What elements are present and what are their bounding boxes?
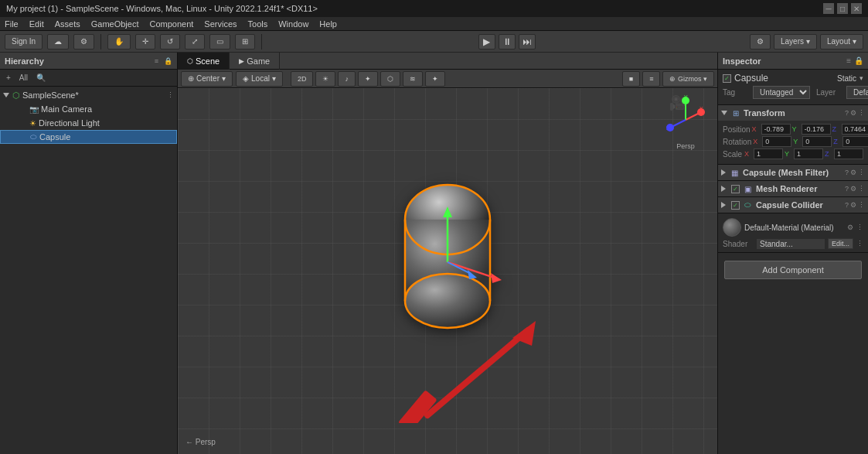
scene-tab[interactable]: ⬡ Scene	[178, 53, 230, 70]
play-button[interactable]: ▶	[478, 34, 495, 49]
edit-shader-button[interactable]: Edit...	[828, 238, 853, 249]
menu-gameobject[interactable]: GameObject	[91, 19, 139, 29]
capsule-collider-more[interactable]: ⋮	[858, 201, 865, 209]
fog-button[interactable]: ≋	[403, 71, 423, 87]
inspector-options[interactable]: ≡	[846, 56, 851, 65]
settings-button[interactable]: ⚙	[73, 34, 94, 49]
gizmos-button[interactable]: ⊕ Gizmos ▾	[662, 71, 714, 87]
tag-dropdown[interactable]: Untagged	[753, 86, 810, 99]
capsule-collider-enable[interactable]	[731, 201, 740, 210]
step-button[interactable]: ⏭	[519, 34, 536, 49]
layer-dropdown[interactable]: Default	[846, 86, 868, 99]
hierarchy-lock[interactable]: 🔒	[164, 57, 172, 65]
pos-x-label: X	[752, 125, 760, 133]
window-controls[interactable]: ─ □ ✕	[823, 3, 862, 14]
transform-help[interactable]: ?	[845, 109, 849, 117]
pos-y-input[interactable]	[802, 124, 831, 135]
static-dropdown[interactable]: ▾	[859, 74, 863, 82]
center-button[interactable]: ⊕ Center ▾	[181, 71, 233, 87]
scale-x-input[interactable]	[754, 148, 783, 159]
mesh-filter-more[interactable]: ⋮	[858, 169, 865, 176]
move-tool[interactable]: ✛	[135, 34, 155, 49]
hierarchy-options[interactable]: ≡	[155, 57, 158, 65]
menu-assets[interactable]: Assets	[55, 19, 80, 29]
pos-z-input[interactable]	[842, 124, 868, 135]
pause-button[interactable]: ⏸	[499, 34, 516, 49]
2d-button[interactable]: 2D	[291, 71, 314, 87]
fx-button[interactable]: ✦	[358, 71, 378, 87]
transform-header[interactable]: ⊞ Transform ? ⚙ ⋮	[718, 105, 868, 121]
menu-file[interactable]: File	[5, 19, 19, 29]
camera-name: Main Camera	[41, 104, 92, 114]
hierarchy-all[interactable]: All	[16, 73, 31, 83]
mesh-filter-help[interactable]: ?	[845, 169, 849, 176]
add-component-button[interactable]: Add Component	[724, 261, 862, 279]
capsule-collider-help[interactable]: ?	[845, 201, 849, 209]
scale-y-input[interactable]	[794, 148, 823, 159]
close-button[interactable]: ✕	[851, 3, 862, 14]
mesh-filter-settings[interactable]: ⚙	[850, 169, 856, 176]
menu-window[interactable]: Window	[278, 19, 308, 29]
hierarchy-search-icon[interactable]: 🔍	[33, 73, 49, 83]
shader-more[interactable]: ⋮	[856, 240, 863, 247]
hierarchy-add[interactable]: +	[3, 73, 14, 83]
material-body: Default-Material (Material) ⚙ ⋮ Shader S…	[718, 213, 868, 252]
menu-edit[interactable]: Edit	[29, 19, 44, 29]
menu-help[interactable]: Help	[319, 19, 337, 29]
capsule-collider-settings[interactable]: ⚙	[850, 201, 856, 209]
lighting-button[interactable]: ☀	[315, 71, 335, 87]
mesh-filter-header[interactable]: ▦ Capsule (Mesh Filter) ? ⚙ ⋮	[718, 165, 868, 180]
menu-services[interactable]: Services	[204, 19, 237, 29]
mesh-renderer-help[interactable]: ?	[845, 185, 849, 193]
transform-tool[interactable]: ⊞	[235, 34, 255, 49]
pos-x-input[interactable]	[761, 124, 791, 135]
game-tab[interactable]: ▶ Game	[230, 53, 280, 70]
scene-name: SampleScene*	[22, 90, 79, 100]
scene-toolbar: ⊕ Center ▾ ◈ Local ▾ 2D ☀ ♪ ✦ ⬡ ≋ ✦ ■ ≡ …	[178, 70, 717, 88]
hierarchy-item-camera[interactable]: 📷 Main Camera	[0, 102, 177, 116]
rect-tool[interactable]: ▭	[209, 34, 230, 49]
rot-z-input[interactable]	[842, 136, 868, 147]
hierarchy-item-capsule[interactable]: ⬭ Capsule	[0, 130, 177, 144]
mesh-renderer-enable[interactable]	[731, 185, 740, 193]
flares-button[interactable]: ✦	[425, 71, 445, 87]
main-toolbar: Sign In ☁ ⚙ ✋ ✛ ↺ ⤢ ▭ ⊞ ▶ ⏸ ⏭ ⚙ Layers ▾…	[0, 31, 868, 53]
mesh-renderer-settings[interactable]: ⚙	[850, 185, 856, 193]
rot-x-input[interactable]	[762, 136, 791, 147]
capsule-collider-header[interactable]: ⬭ Capsule Collider ? ⚙ ⋮	[718, 197, 868, 213]
inspector-lock[interactable]: 🔒	[854, 56, 863, 65]
transform-settings[interactable]: ⚙	[850, 109, 856, 117]
skybox-button[interactable]: ⬡	[380, 71, 400, 87]
local-button[interactable]: ◈ Local ▾	[236, 71, 283, 87]
scale-z-input[interactable]	[834, 148, 863, 159]
layout-button[interactable]: Layout ▾	[820, 34, 863, 49]
hand-tool[interactable]: ✋	[107, 34, 131, 49]
minimize-button[interactable]: ─	[823, 3, 834, 14]
audio-button[interactable]: ♪	[338, 71, 356, 87]
center-dropdown: ▾	[222, 74, 226, 83]
rotate-tool[interactable]: ↺	[160, 34, 180, 49]
layers-button[interactable]: Layers ▾	[774, 34, 817, 49]
rot-y-input[interactable]	[802, 136, 832, 147]
collab-button[interactable]: ⚙	[750, 34, 771, 49]
scene-viewport[interactable]: 🎥 X Y Z Persp	[178, 88, 717, 454]
mesh-renderer-header[interactable]: ▣ Mesh Renderer ? ⚙ ⋮	[718, 181, 868, 196]
scale-tool[interactable]: ⤢	[185, 34, 205, 49]
signin-button[interactable]: Sign In	[5, 34, 43, 49]
resolution-button[interactable]: ■	[622, 71, 640, 87]
title-bar: My project (1) - SampleScene - Windows, …	[0, 0, 868, 17]
material-more[interactable]: ⋮	[856, 224, 863, 231]
hierarchy-item-light[interactable]: ☀ Directional Light	[0, 116, 177, 130]
scene-gizmo[interactable]: X Y Z Persp	[659, 93, 713, 150]
object-active-checkbox[interactable]	[723, 74, 731, 83]
hierarchy-item-samplescene[interactable]: ⬡ SampleScene* ⋮	[0, 88, 177, 102]
scene-options[interactable]: ⋮	[167, 91, 174, 99]
material-settings[interactable]: ⚙	[847, 224, 853, 231]
menu-component[interactable]: Component	[149, 19, 193, 29]
menu-tools[interactable]: Tools	[248, 19, 268, 29]
maximize-button[interactable]: □	[837, 3, 848, 14]
transform-more[interactable]: ⋮	[858, 109, 865, 117]
mesh-renderer-more[interactable]: ⋮	[858, 185, 865, 193]
cloud-button[interactable]: ☁	[47, 34, 69, 49]
stats-button[interactable]: ≡	[642, 71, 660, 87]
